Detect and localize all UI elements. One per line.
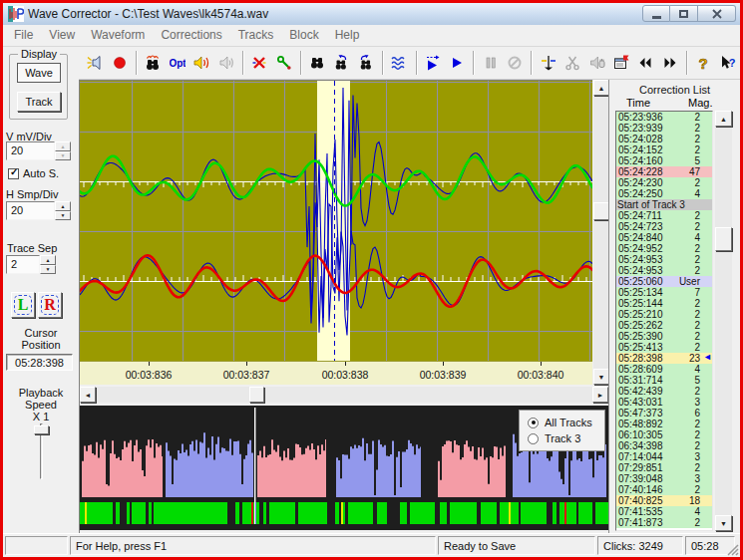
v-div-value[interactable]: 20 bbox=[6, 141, 55, 160]
correction-row[interactable]: 05:24:2504 bbox=[616, 188, 712, 199]
menu-view[interactable]: View bbox=[41, 25, 83, 46]
correction-row[interactable]: 07:14:0443 bbox=[616, 451, 712, 462]
correction-row[interactable]: 05:42:4392 bbox=[616, 386, 712, 397]
correction-row[interactable]: 06:10:3052 bbox=[616, 429, 712, 440]
title-bar[interactable]: Wave Corrector - C:\Test Waves\lk4574a.w… bbox=[3, 3, 740, 25]
correction-row[interactable]: 05:24:7112 bbox=[616, 210, 712, 221]
waveform-vertical-scrollbar[interactable]: ▲ ▼ bbox=[593, 80, 609, 385]
correction-row[interactable]: 05:24:0282 bbox=[616, 134, 712, 144]
find-next-button[interactable] bbox=[354, 50, 378, 76]
correction-row[interactable]: 05:48:8922 bbox=[616, 419, 712, 429]
left-channel-button[interactable]: L bbox=[11, 292, 35, 318]
insert-marker-button[interactable] bbox=[536, 50, 559, 76]
context-help-button[interactable]: ? bbox=[716, 50, 740, 76]
waveform-horizontal-scrollbar[interactable]: ◄ ► bbox=[80, 387, 608, 403]
auto-scale-checkbox[interactable]: ✓ Auto S. bbox=[8, 167, 59, 179]
correction-row[interactable]: 05:25:3902 bbox=[616, 331, 712, 342]
correction-row[interactable]: 05:31:7145 bbox=[616, 375, 712, 386]
track-separator-row[interactable]: Start of Track 3 bbox=[616, 199, 712, 210]
maximize-button[interactable] bbox=[670, 5, 698, 22]
smooth-waves-button[interactable] bbox=[387, 50, 411, 76]
close-button[interactable] bbox=[698, 5, 736, 22]
h-div-up-button[interactable]: ▲ bbox=[55, 201, 71, 211]
trace-sep-value[interactable]: 2 bbox=[6, 255, 40, 274]
correction-row[interactable]: 05:24:9532 bbox=[616, 254, 712, 265]
find-previous-button[interactable] bbox=[329, 50, 353, 76]
radio-track-3[interactable]: Track 3 bbox=[528, 430, 604, 446]
correction-row[interactable]: 07:41:8732 bbox=[616, 517, 712, 528]
resize-grip[interactable] bbox=[726, 543, 739, 556]
correction-row[interactable]: 05:25:1347 bbox=[616, 287, 712, 298]
correction-row[interactable]: 05:24:8404 bbox=[616, 232, 712, 243]
correction-row[interactable]: 05:23:9362 bbox=[616, 112, 712, 123]
waveform-display[interactable] bbox=[80, 80, 592, 361]
properties-button[interactable] bbox=[609, 50, 633, 76]
h-div-value[interactable]: 20 bbox=[6, 201, 55, 220]
correction-row[interactable]: 05:43:0313 bbox=[616, 397, 712, 408]
correction-row[interactable]: 05:24:2302 bbox=[616, 177, 712, 188]
delete-correction-button[interactable] bbox=[247, 50, 271, 76]
skip-back-button[interactable] bbox=[633, 50, 657, 76]
correction-row[interactable]: 05:25:2102 bbox=[616, 309, 712, 320]
correction-row[interactable]: 07:40:1462 bbox=[616, 484, 712, 495]
v-div-up-button[interactable]: ▲ bbox=[55, 141, 71, 151]
play-button[interactable] bbox=[445, 50, 469, 76]
correction-row[interactable]: 05:25:2622 bbox=[616, 320, 712, 331]
file-overview[interactable]: All Tracks Track 3 bbox=[80, 406, 608, 530]
menu-waveform[interactable]: Waveform bbox=[83, 25, 153, 46]
scroll-down-button[interactable]: ▼ bbox=[715, 515, 732, 531]
scrollbar-track[interactable] bbox=[80, 387, 608, 403]
correction-row[interactable]: 07:40:82518 bbox=[616, 495, 712, 506]
correction-list[interactable]: 05:23:936205:23:939205:24:028205:24:1522… bbox=[615, 111, 713, 531]
scrollbar-thumb[interactable] bbox=[249, 387, 264, 403]
correction-list-scrollbar[interactable]: ▲ ▼ bbox=[715, 111, 732, 531]
menu-help[interactable]: Help bbox=[327, 25, 368, 46]
playback-speed-slider[interactable] bbox=[28, 423, 54, 479]
scroll-left-button[interactable]: ◄ bbox=[80, 387, 96, 403]
slider-thumb[interactable] bbox=[34, 425, 49, 434]
help-button[interactable]: ? bbox=[691, 50, 715, 76]
correction-row[interactable]: 05:25:1442 bbox=[616, 298, 712, 309]
scroll-up-button[interactable]: ▲ bbox=[715, 111, 732, 127]
scrollbar-thumb[interactable] bbox=[593, 202, 609, 220]
correction-row[interactable]: 05:23:9392 bbox=[616, 123, 712, 134]
scan-corrections-button[interactable] bbox=[141, 50, 165, 76]
correction-row[interactable]: 05:24:1522 bbox=[616, 144, 712, 155]
skip-forward-button[interactable] bbox=[658, 50, 682, 76]
trace-sep-up-button[interactable]: ▲ bbox=[40, 255, 56, 265]
menu-file[interactable]: File bbox=[6, 25, 41, 46]
correction-row[interactable]: 05:28:6094 bbox=[616, 364, 712, 375]
scrollbar-track[interactable] bbox=[715, 111, 732, 531]
h-div-down-button[interactable]: ▼ bbox=[55, 211, 71, 221]
correction-tools-button[interactable] bbox=[271, 50, 295, 76]
options-opt-button[interactable]: Opt bbox=[165, 50, 188, 76]
correction-row[interactable]: 05:28:39823◄ bbox=[616, 353, 712, 364]
menu-tracks[interactable]: Tracks bbox=[230, 25, 282, 46]
correction-row[interactable]: 07:29:8512 bbox=[616, 462, 712, 473]
correction-row[interactable]: 05:24:1605 bbox=[616, 155, 712, 166]
scroll-right-button[interactable]: ► bbox=[592, 387, 608, 403]
correction-row[interactable]: 05:24:22847 bbox=[616, 166, 712, 177]
menu-block[interactable]: Block bbox=[281, 25, 326, 46]
right-channel-button[interactable]: R bbox=[38, 292, 62, 318]
track-view-button[interactable]: Track bbox=[17, 92, 61, 112]
minimize-button[interactable] bbox=[642, 5, 670, 22]
radio-all-tracks[interactable]: All Tracks bbox=[528, 415, 604, 430]
menu-corrections[interactable]: Corrections bbox=[153, 25, 229, 46]
find-correction-button[interactable] bbox=[305, 50, 329, 76]
play-corrections-speaker-button[interactable] bbox=[189, 50, 213, 76]
scrollbar-track[interactable] bbox=[593, 80, 609, 385]
v-div-down-button[interactable]: ▼ bbox=[55, 151, 71, 161]
correction-row[interactable]: 06:34:3982 bbox=[616, 440, 712, 451]
wave-view-button[interactable]: Wave bbox=[17, 63, 61, 83]
scroll-up-button[interactable]: ▲ bbox=[593, 80, 609, 96]
record-button[interactable] bbox=[107, 50, 131, 76]
play-from-cursor-button[interactable] bbox=[421, 50, 445, 76]
correction-row[interactable]: 07:39:0483 bbox=[616, 473, 712, 484]
correction-row[interactable]: 05:24:9522 bbox=[616, 243, 712, 254]
correction-row[interactable]: 07:41:5354 bbox=[616, 506, 712, 517]
monitor-speaker-button[interactable] bbox=[83, 50, 107, 76]
correction-row[interactable]: 05:24:7232 bbox=[616, 221, 712, 232]
correction-row[interactable]: 05:25:4132 bbox=[616, 342, 712, 353]
correction-row[interactable]: 05:47:3736 bbox=[616, 408, 712, 419]
